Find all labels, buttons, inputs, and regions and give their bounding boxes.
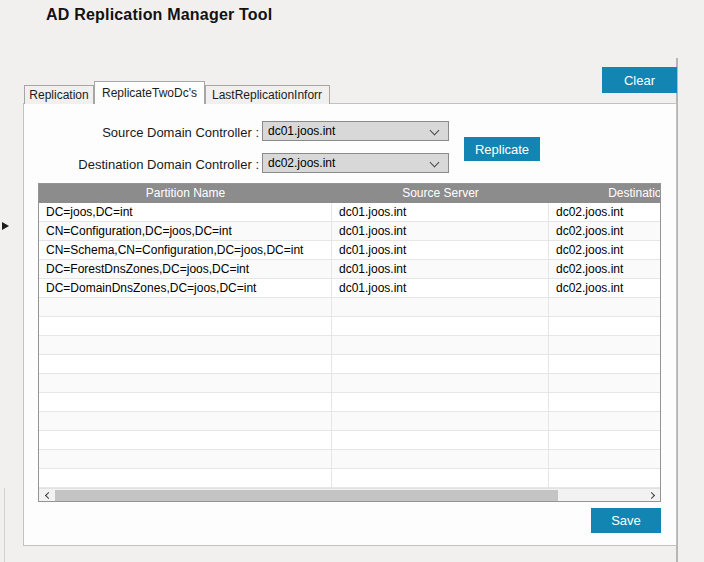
chevron-down-icon <box>430 126 440 136</box>
scrollbar-thumb[interactable] <box>55 490 558 501</box>
cell-destination-server[interactable]: dc02.joos.int <box>549 260 661 279</box>
table-row[interactable] <box>39 412 660 431</box>
table-row[interactable] <box>39 355 660 374</box>
table-row[interactable] <box>39 469 660 488</box>
cell-partition-name[interactable] <box>39 431 332 450</box>
table-row[interactable] <box>39 431 660 450</box>
cell-partition-name[interactable] <box>39 317 332 336</box>
cell-destination-server[interactable]: dc02.joos.int <box>549 222 661 241</box>
tab-replication[interactable]: Replication <box>24 85 94 104</box>
chevron-right-icon <box>647 491 654 498</box>
cell-destination-server[interactable] <box>549 298 661 317</box>
table-row[interactable]: DC=joos,DC=int dc01.joos.int dc02.joos.i… <box>39 203 660 222</box>
destination-dc-label: Destination Domain Controller : <box>40 157 259 172</box>
cell-source-server[interactable] <box>332 317 549 336</box>
cell-destination-server[interactable] <box>549 450 661 469</box>
cell-destination-server[interactable] <box>549 469 661 488</box>
table-row[interactable]: CN=Configuration,DC=joos,DC=int dc01.joo… <box>39 222 660 241</box>
cell-destination-server[interactable] <box>549 317 661 336</box>
horizontal-scrollbar[interactable] <box>39 488 660 501</box>
table-row[interactable]: CN=Schema,CN=Configuration,DC=joos,DC=in… <box>39 241 660 260</box>
save-button[interactable]: Save <box>591 508 661 533</box>
column-header-source-server[interactable]: Source Server <box>332 184 549 203</box>
source-dc-label: Source Domain Controller : <box>40 125 259 140</box>
cell-source-server[interactable] <box>332 469 549 488</box>
cell-source-server[interactable]: dc01.joos.int <box>332 260 549 279</box>
table-row[interactable] <box>39 450 660 469</box>
cell-destination-server[interactable]: dc02.joos.int <box>549 203 661 222</box>
table-row[interactable] <box>39 298 660 317</box>
cell-destination-server[interactable] <box>549 336 661 355</box>
cell-partition-name[interactable] <box>39 450 332 469</box>
cell-partition-name[interactable]: DC=DomainDnsZones,DC=joos,DC=int <box>39 279 332 298</box>
cell-partition-name[interactable] <box>39 355 332 374</box>
clear-button[interactable]: Clear <box>602 67 677 93</box>
grid-body: DC=joos,DC=int dc01.joos.int dc02.joos.i… <box>39 203 660 488</box>
destination-dc-select[interactable]: dc02.joos.int <box>262 153 449 173</box>
cell-destination-server[interactable] <box>549 393 661 412</box>
app-title: AD Replication Manager Tool <box>46 6 272 24</box>
cell-source-server[interactable] <box>332 336 549 355</box>
destination-dc-selected-value: dc02.joos.int <box>268 156 335 170</box>
table-row[interactable]: DC=DomainDnsZones,DC=joos,DC=int dc01.jo… <box>39 279 660 298</box>
dock-collapse-arrow-icon[interactable] <box>2 222 9 230</box>
table-row[interactable] <box>39 336 660 355</box>
cell-source-server[interactable] <box>332 450 549 469</box>
cell-partition-name[interactable]: CN=Configuration,DC=joos,DC=int <box>39 222 332 241</box>
window-left-edge <box>4 488 5 562</box>
cell-source-server[interactable] <box>332 431 549 450</box>
chevron-down-icon <box>430 158 440 168</box>
source-dc-select[interactable]: dc01.joos.int <box>262 121 449 141</box>
column-header-destination-server[interactable]: Destination Server <box>549 184 661 203</box>
column-header-partition-name[interactable]: Partition Name <box>39 184 332 203</box>
cell-destination-server[interactable] <box>549 412 661 431</box>
table-row[interactable] <box>39 317 660 336</box>
cell-source-server[interactable] <box>332 412 549 431</box>
table-row[interactable] <box>39 374 660 393</box>
partitions-grid: Partition Name Source Server Destination… <box>38 183 661 502</box>
chevron-left-icon <box>44 491 51 498</box>
cell-source-server[interactable]: dc01.joos.int <box>332 241 549 260</box>
cell-partition-name[interactable] <box>39 336 332 355</box>
cell-partition-name[interactable] <box>39 469 332 488</box>
cell-destination-server[interactable] <box>549 374 661 393</box>
table-row[interactable]: DC=ForestDnsZones,DC=joos,DC=int dc01.jo… <box>39 260 660 279</box>
cell-partition-name[interactable] <box>39 374 332 393</box>
replicate-button[interactable]: Replicate <box>464 137 540 161</box>
source-dc-selected-value: dc01.joos.int <box>268 124 335 138</box>
cell-destination-server[interactable] <box>549 355 661 374</box>
tab-replicate-two-dcs[interactable]: ReplicateTwoDc's <box>94 81 205 104</box>
cell-partition-name[interactable] <box>39 393 332 412</box>
cell-partition-name[interactable] <box>39 298 332 317</box>
cell-destination-server[interactable]: dc02.joos.int <box>549 241 661 260</box>
scroll-right-arrow-icon[interactable] <box>645 489 659 501</box>
cell-partition-name[interactable]: DC=ForestDnsZones,DC=joos,DC=int <box>39 260 332 279</box>
cell-destination-server[interactable] <box>549 431 661 450</box>
cell-partition-name[interactable]: CN=Schema,CN=Configuration,DC=joos,DC=in… <box>39 241 332 260</box>
cell-partition-name[interactable]: DC=joos,DC=int <box>39 203 332 222</box>
tab-last-replication-information[interactable]: LastReplicationInforr <box>205 85 330 104</box>
table-row[interactable] <box>39 393 660 412</box>
cell-source-server[interactable]: dc01.joos.int <box>332 222 549 241</box>
cell-partition-name[interactable] <box>39 412 332 431</box>
cell-source-server[interactable] <box>332 393 549 412</box>
scroll-left-arrow-icon[interactable] <box>40 489 54 501</box>
cell-destination-server[interactable]: dc02.joos.int <box>549 279 661 298</box>
cell-source-server[interactable] <box>332 298 549 317</box>
cell-source-server[interactable]: dc01.joos.int <box>332 203 549 222</box>
cell-source-server[interactable] <box>332 355 549 374</box>
cell-source-server[interactable] <box>332 374 549 393</box>
grid-header-row: Partition Name Source Server Destination… <box>39 184 660 203</box>
cell-source-server[interactable]: dc01.joos.int <box>332 279 549 298</box>
